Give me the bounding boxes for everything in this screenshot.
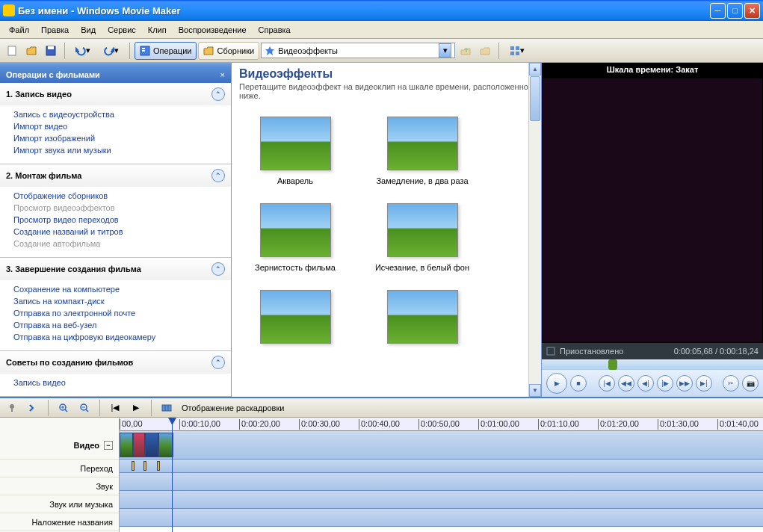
next-button[interactable]: ▶| bbox=[696, 375, 712, 392]
scrollbar[interactable]: ▲ ▼ bbox=[528, 63, 541, 397]
menu-tools[interactable]: Сервис bbox=[102, 23, 142, 37]
video-clip[interactable] bbox=[133, 433, 145, 457]
timeline-tracks[interactable]: 00,000:00:10,000:00:20,000:00:30,000:00:… bbox=[120, 418, 763, 532]
zoom-in-button[interactable] bbox=[55, 399, 72, 417]
up-level-button[interactable] bbox=[457, 42, 475, 60]
menu-edit[interactable]: Правка bbox=[35, 23, 75, 37]
forward-button[interactable]: ▶▶ bbox=[676, 375, 693, 392]
redo-button[interactable]: ▾ bbox=[98, 42, 125, 60]
seek-bar[interactable] bbox=[542, 359, 763, 370]
effect-item[interactable] bbox=[374, 290, 471, 350]
rewind-button[interactable]: ◀◀ bbox=[618, 375, 634, 392]
transition-clip[interactable] bbox=[132, 461, 135, 471]
preview-video bbox=[542, 78, 763, 343]
close-button[interactable]: ✕ bbox=[744, 3, 760, 19]
task-section: 2. Монтаж фильма⌃Отображение сборниковПр… bbox=[0, 164, 231, 258]
tasks-button[interactable]: Операции bbox=[135, 42, 197, 60]
task-link[interactable]: Запись видео bbox=[13, 377, 225, 389]
chevron-up-icon[interactable]: ⌃ bbox=[211, 356, 225, 369]
menu-play[interactable]: Воспроизведение bbox=[173, 23, 253, 37]
audio-track[interactable] bbox=[120, 473, 763, 491]
effect-item[interactable]: Замедление, в два раза bbox=[374, 117, 471, 185]
task-link[interactable]: Запись с видеоустройства bbox=[13, 108, 225, 120]
effect-item[interactable]: Зернистость фильма bbox=[247, 203, 344, 272]
step-fwd-button[interactable]: |▶ bbox=[657, 375, 673, 392]
storyboard-label[interactable]: Отображение раскадровки bbox=[179, 403, 287, 412]
task-section-header[interactable]: 1. Запись видео⌃ bbox=[0, 83, 231, 105]
task-section-header[interactable]: 3. Завершение создания фильма⌃ bbox=[0, 258, 231, 280]
task-link[interactable]: Импорт изображений bbox=[13, 132, 225, 144]
step-back-button[interactable]: ◀| bbox=[637, 375, 654, 392]
task-link[interactable]: Импорт видео bbox=[13, 120, 225, 132]
snapshot-button[interactable]: 📷 bbox=[742, 375, 759, 392]
video-track[interactable] bbox=[120, 431, 763, 460]
tasks-icon bbox=[140, 46, 150, 56]
collections-button[interactable]: Сборники bbox=[198, 42, 259, 60]
task-link[interactable]: Создание названий и титров bbox=[13, 226, 225, 238]
ruler-tick: 0:01:40,00 bbox=[717, 419, 759, 430]
task-section-header[interactable]: Советы по созданию фильмов⌃ bbox=[0, 351, 231, 374]
views-button[interactable]: ▾ bbox=[504, 42, 531, 60]
split-button[interactable]: ✂ bbox=[723, 375, 739, 392]
dropdown-arrow-icon[interactable]: ▾ bbox=[439, 43, 451, 58]
task-link[interactable]: Отправка на веб-узел bbox=[13, 319, 225, 331]
stop-button[interactable]: ■ bbox=[570, 375, 587, 392]
video-clip[interactable] bbox=[145, 433, 158, 457]
new-button[interactable] bbox=[3, 42, 21, 60]
undo-button[interactable]: ▾ bbox=[69, 42, 96, 60]
task-link[interactable]: Отображение сборников bbox=[13, 190, 225, 202]
task-link[interactable]: Запись на компакт-диск bbox=[13, 295, 225, 307]
storyboard-icon[interactable] bbox=[158, 399, 176, 417]
preview-controls: ▶ ■ |◀ ◀◀ ◀| |▶ ▶▶ ▶| ✂ 📷 bbox=[542, 370, 763, 397]
transition-clip[interactable] bbox=[157, 461, 160, 471]
menu-help[interactable]: Справка bbox=[253, 23, 297, 37]
track-label-transition: Переход bbox=[0, 460, 119, 477]
task-link[interactable]: Импорт звука или музыки bbox=[13, 144, 225, 156]
chevron-up-icon[interactable]: ⌃ bbox=[211, 169, 225, 182]
chevron-up-icon[interactable]: ⌃ bbox=[211, 262, 225, 276]
effect-item[interactable]: Исчезание, в белый фон bbox=[374, 203, 471, 272]
chevron-up-icon[interactable]: ⌃ bbox=[211, 87, 225, 101]
separator bbox=[129, 43, 130, 59]
timeline-play-button[interactable]: ▶ bbox=[127, 399, 145, 417]
effect-item[interactable] bbox=[247, 290, 344, 350]
task-link[interactable]: Отправка на цифровую видеокамеру bbox=[13, 331, 225, 343]
open-button[interactable] bbox=[22, 42, 40, 60]
title-track[interactable] bbox=[120, 509, 763, 527]
transition-clip[interactable] bbox=[143, 461, 146, 471]
seek-thumb[interactable] bbox=[608, 359, 617, 370]
separator bbox=[151, 400, 152, 416]
prev-button[interactable]: |◀ bbox=[599, 375, 615, 392]
location-combo[interactable]: Видеоэффекты ▾ bbox=[261, 43, 455, 58]
timeline-narrate-button[interactable] bbox=[3, 399, 21, 417]
task-link[interactable]: Сохранение на компьютере bbox=[13, 283, 225, 295]
music-track[interactable] bbox=[120, 491, 763, 509]
effect-item[interactable]: Акварель bbox=[247, 117, 344, 185]
menu-clip[interactable]: Клип bbox=[142, 23, 173, 37]
maximize-button[interactable]: □ bbox=[727, 3, 743, 19]
timeline-audio-levels-button[interactable] bbox=[24, 399, 42, 417]
scroll-up-icon[interactable]: ▲ bbox=[529, 63, 541, 75]
new-folder-button[interactable] bbox=[476, 42, 494, 60]
task-link[interactable]: Просмотр видео переходов bbox=[13, 214, 225, 226]
scroll-down-icon[interactable]: ▼ bbox=[529, 384, 541, 397]
separator bbox=[498, 43, 499, 59]
playhead[interactable] bbox=[172, 418, 173, 532]
menu-view[interactable]: Вид bbox=[75, 23, 102, 37]
scroll-thumb[interactable] bbox=[530, 76, 540, 121]
task-section-header[interactable]: 2. Монтаж фильма⌃ bbox=[0, 164, 231, 187]
timeline-ruler[interactable]: 00,000:00:10,000:00:20,000:00:30,000:00:… bbox=[120, 418, 763, 431]
zoom-out-button[interactable] bbox=[75, 399, 93, 417]
save-button[interactable] bbox=[42, 42, 60, 60]
video-clip[interactable] bbox=[158, 433, 173, 457]
minimize-button[interactable]: ─ bbox=[710, 3, 726, 19]
effects-grid: АкварельЗамедление, в два разаЗернистост… bbox=[232, 105, 541, 362]
video-expand-icon[interactable]: − bbox=[104, 441, 113, 450]
task-link[interactable]: Отправка по электронной почте bbox=[13, 307, 225, 319]
transition-track[interactable] bbox=[120, 460, 763, 473]
timeline-rewind-button[interactable]: |◀ bbox=[106, 399, 124, 417]
task-pane-close-icon[interactable]: × bbox=[220, 70, 225, 79]
menu-file[interactable]: Файл bbox=[3, 23, 35, 37]
video-clip[interactable] bbox=[120, 433, 133, 457]
play-button[interactable]: ▶ bbox=[546, 373, 567, 394]
